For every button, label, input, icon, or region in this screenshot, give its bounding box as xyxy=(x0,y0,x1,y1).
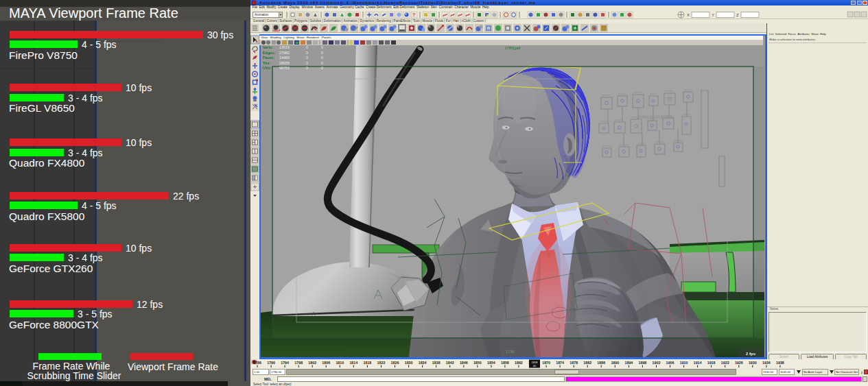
svg-text:UVs:: UVs: xyxy=(263,66,271,70)
svg-text:1822: 1822 xyxy=(377,361,386,365)
svg-text:1830: 1830 xyxy=(405,361,413,365)
svg-text:13619: 13619 xyxy=(279,45,290,49)
svg-text:?: ? xyxy=(412,12,415,17)
svg-text:1902: 1902 xyxy=(653,361,661,365)
svg-text:28655: 28655 xyxy=(279,61,290,65)
svg-text:40: 40 xyxy=(533,364,537,367)
svg-text:Z: Z xyxy=(736,13,739,17)
svg-text:1930: 1930 xyxy=(749,361,757,365)
svg-text:1798: 1798 xyxy=(294,361,303,365)
svg-text:1906: 1906 xyxy=(666,361,675,365)
svg-text:1910: 1910 xyxy=(680,361,688,365)
svg-text:1882: 1882 xyxy=(583,361,591,365)
svg-text:1886: 1886 xyxy=(597,361,605,365)
svg-text:1810: 1810 xyxy=(336,361,344,365)
svg-text:1826: 1826 xyxy=(391,361,399,365)
svg-text:1842: 1842 xyxy=(446,361,454,365)
svg-text:2MouthVolume: 2MouthVolume xyxy=(637,114,674,120)
svg-text:0: 0 xyxy=(321,51,323,55)
svg-text:14460: 14460 xyxy=(279,56,290,60)
svg-text:1938: 1938 xyxy=(776,361,784,365)
svg-text:27982: 27982 xyxy=(279,51,290,55)
svg-text:1878: 1878 xyxy=(570,361,578,365)
svg-text:1790: 1790 xyxy=(267,361,275,365)
svg-text:0: 0 xyxy=(306,51,308,55)
svg-text:1846: 1846 xyxy=(460,361,468,365)
svg-text:1838: 1838 xyxy=(432,361,441,365)
svg-text:1818: 1818 xyxy=(364,361,372,365)
svg-text:1874: 1874 xyxy=(556,361,564,365)
svg-text:98753: 98753 xyxy=(279,66,290,70)
svg-text:1786: 1786 xyxy=(506,350,515,354)
svg-text:1894: 1894 xyxy=(625,361,633,365)
svg-text:Y: Y xyxy=(712,13,714,17)
svg-text:0: 0 xyxy=(321,45,323,49)
svg-text:1854: 1854 xyxy=(487,361,495,365)
svg-text:0: 0 xyxy=(321,61,323,65)
svg-text:1918: 1918 xyxy=(707,361,716,365)
svg-text:0: 0 xyxy=(306,61,308,65)
svg-text:0: 0 xyxy=(321,66,323,70)
svg-text:1934: 1934 xyxy=(762,361,771,365)
svg-text:1926: 1926 xyxy=(735,361,743,365)
svg-text:Verts:: Verts: xyxy=(263,45,273,49)
svg-text:0: 0 xyxy=(306,45,308,49)
svg-text:1834: 1834 xyxy=(419,361,427,365)
svg-text:1858: 1858 xyxy=(501,361,509,365)
svg-text:1890: 1890 xyxy=(611,361,619,365)
svg-text:1806: 1806 xyxy=(322,361,330,365)
svg-text:1786: 1786 xyxy=(253,361,261,365)
svg-text:2 fps: 2 fps xyxy=(746,352,756,356)
svg-text:1898: 1898 xyxy=(639,361,647,365)
svg-text:HELP: HELP xyxy=(273,29,281,32)
svg-text:1862: 1862 xyxy=(515,361,523,365)
svg-text:1914: 1914 xyxy=(694,361,702,365)
svg-text:Tris:: Tris: xyxy=(263,61,271,65)
svg-text:1786|ga|f: 1786|ga|f xyxy=(505,46,521,50)
svg-text:Edges:: Edges: xyxy=(263,51,275,55)
svg-text:Faces:: Faces: xyxy=(263,56,274,60)
svg-text:1814: 1814 xyxy=(349,361,357,365)
svg-text:1802: 1802 xyxy=(308,361,316,365)
svg-text:0: 0 xyxy=(306,56,308,60)
svg-text:1794: 1794 xyxy=(281,361,289,365)
svg-text:0: 0 xyxy=(306,66,308,70)
svg-text:1870: 1870 xyxy=(542,361,550,365)
svg-text:1922: 1922 xyxy=(721,361,729,365)
svg-text:X: X xyxy=(687,13,690,17)
svg-text:0: 0 xyxy=(321,56,323,60)
svg-text:1850: 1850 xyxy=(473,361,482,365)
